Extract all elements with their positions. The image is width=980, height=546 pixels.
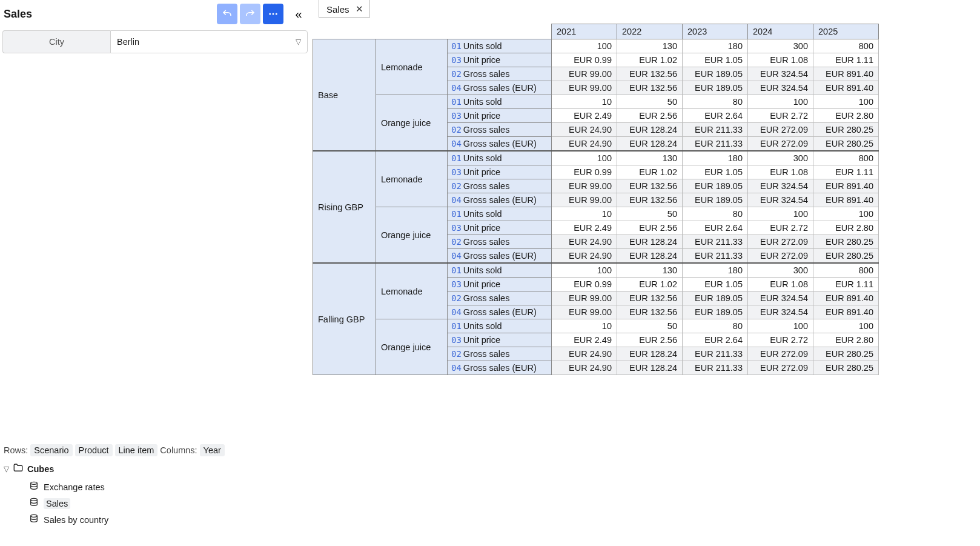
grid-cell[interactable]: EUR 189.05 xyxy=(683,67,748,81)
grid-cell[interactable]: 50 xyxy=(617,95,683,109)
grid-cell[interactable]: EUR 99.00 xyxy=(552,67,617,81)
grid-cell[interactable]: EUR 272.09 xyxy=(748,137,813,151)
grid-cell[interactable]: EUR 1.05 xyxy=(683,53,748,67)
grid-cell[interactable]: EUR 0.99 xyxy=(552,165,617,179)
grid-cell[interactable]: 300 xyxy=(748,151,813,165)
grid-cell[interactable]: 100 xyxy=(748,319,813,333)
grid-cell[interactable]: EUR 132.56 xyxy=(617,193,683,207)
lineitem-header[interactable]: 01Units sold xyxy=(448,151,552,165)
grid-cell[interactable]: EUR 0.99 xyxy=(552,278,617,291)
grid-cell[interactable]: EUR 189.05 xyxy=(683,193,748,207)
lineitem-header[interactable]: 01Units sold xyxy=(448,263,552,278)
grid-cell[interactable]: EUR 2.72 xyxy=(748,221,813,235)
grid-cell[interactable]: EUR 272.09 xyxy=(748,235,813,249)
cube-item[interactable]: Sales xyxy=(4,495,306,511)
grid-cell[interactable]: EUR 1.05 xyxy=(683,165,748,179)
grid-cell[interactable]: EUR 1.02 xyxy=(617,278,683,291)
grid-cell[interactable]: 10 xyxy=(552,207,617,221)
grid-cell[interactable]: EUR 2.64 xyxy=(683,333,748,347)
grid-cell[interactable]: EUR 891.40 xyxy=(813,291,879,305)
lineitem-header[interactable]: 03Unit price xyxy=(448,221,552,235)
grid-cell[interactable]: 100 xyxy=(552,151,617,165)
grid-cell[interactable]: EUR 1.08 xyxy=(748,278,813,291)
grid-cell[interactable]: EUR 272.09 xyxy=(748,361,813,375)
grid-cell[interactable]: EUR 280.25 xyxy=(813,361,879,375)
grid-cell[interactable]: EUR 2.80 xyxy=(813,333,879,347)
grid-cell[interactable]: EUR 189.05 xyxy=(683,81,748,95)
grid-cell[interactable]: EUR 891.40 xyxy=(813,305,879,319)
product-header[interactable]: Lemonade xyxy=(376,39,448,95)
grid-cell[interactable]: 100 xyxy=(748,95,813,109)
grid-cell[interactable]: 180 xyxy=(683,151,748,165)
grid-cell[interactable]: EUR 99.00 xyxy=(552,179,617,193)
grid-cell[interactable]: EUR 211.33 xyxy=(683,249,748,264)
lineitem-header[interactable]: 02Gross sales xyxy=(448,291,552,305)
grid-cell[interactable]: EUR 1.05 xyxy=(683,278,748,291)
grid-cell[interactable]: EUR 132.56 xyxy=(617,291,683,305)
grid-cell[interactable]: EUR 211.33 xyxy=(683,235,748,249)
cube-item[interactable]: Exchange rates xyxy=(4,479,306,495)
grid-cell[interactable]: EUR 2.49 xyxy=(552,109,617,123)
grid-cell[interactable]: EUR 280.25 xyxy=(813,347,879,361)
redo-button[interactable] xyxy=(240,4,260,24)
close-icon[interactable]: ✕ xyxy=(356,4,363,15)
grid-cell[interactable]: EUR 272.09 xyxy=(748,123,813,137)
grid-cell[interactable]: EUR 2.56 xyxy=(617,221,683,235)
grid-cell[interactable]: 130 xyxy=(617,39,683,53)
year-header[interactable]: 2023 xyxy=(683,24,748,39)
grid-cell[interactable]: 130 xyxy=(617,263,683,278)
grid-cell[interactable]: EUR 189.05 xyxy=(683,291,748,305)
grid-cell[interactable]: EUR 280.25 xyxy=(813,137,879,151)
product-header[interactable]: Orange juice xyxy=(376,207,448,264)
lineitem-header[interactable]: 03Unit price xyxy=(448,165,552,179)
grid-cell[interactable]: EUR 280.25 xyxy=(813,235,879,249)
grid-cell[interactable]: EUR 891.40 xyxy=(813,179,879,193)
grid-cell[interactable]: EUR 211.33 xyxy=(683,361,748,375)
grid-cell[interactable]: 300 xyxy=(748,39,813,53)
filter-value-select[interactable]: Berlin ▽ xyxy=(110,30,308,53)
grid-cell[interactable]: 300 xyxy=(748,263,813,278)
grid-cell[interactable]: EUR 1.11 xyxy=(813,278,879,291)
lineitem-header[interactable]: 02Gross sales xyxy=(448,347,552,361)
grid-cell[interactable]: EUR 2.64 xyxy=(683,221,748,235)
grid-cell[interactable]: EUR 280.25 xyxy=(813,249,879,264)
cube-item[interactable]: Sales by country xyxy=(4,511,306,528)
year-header[interactable]: 2024 xyxy=(748,24,813,39)
data-grid[interactable]: 20212022202320242025BaseLemonade01Units … xyxy=(313,24,879,375)
grid-cell[interactable]: 100 xyxy=(552,263,617,278)
grid-cell[interactable]: EUR 324.54 xyxy=(748,179,813,193)
grid-cell[interactable]: EUR 324.54 xyxy=(748,291,813,305)
grid-cell[interactable]: EUR 1.02 xyxy=(617,165,683,179)
tree-toggle[interactable]: ▽ xyxy=(4,465,9,473)
row-dim-product[interactable]: Product xyxy=(75,444,113,456)
product-header[interactable]: Orange juice xyxy=(376,95,448,151)
grid-cell[interactable]: EUR 128.24 xyxy=(617,137,683,151)
grid-cell[interactable]: EUR 1.11 xyxy=(813,165,879,179)
lineitem-header[interactable]: 04Gross sales (EUR) xyxy=(448,81,552,95)
grid-cell[interactable]: EUR 189.05 xyxy=(683,179,748,193)
collapse-sidebar-button[interactable]: « xyxy=(290,5,308,23)
grid-cell[interactable]: EUR 2.49 xyxy=(552,221,617,235)
lineitem-header[interactable]: 03Unit price xyxy=(448,333,552,347)
product-header[interactable]: Lemonade xyxy=(376,263,448,319)
product-header[interactable]: Orange juice xyxy=(376,319,448,375)
scenario-header[interactable]: Falling GBP xyxy=(313,263,376,375)
col-dim-year[interactable]: Year xyxy=(200,444,225,456)
product-header[interactable]: Lemonade xyxy=(376,151,448,207)
grid-cell[interactable]: 100 xyxy=(748,207,813,221)
grid-cell[interactable]: EUR 272.09 xyxy=(748,347,813,361)
grid-cell[interactable]: EUR 2.72 xyxy=(748,333,813,347)
grid-cell[interactable]: EUR 189.05 xyxy=(683,305,748,319)
grid-cell[interactable]: EUR 1.11 xyxy=(813,53,879,67)
grid-cell[interactable]: EUR 99.00 xyxy=(552,291,617,305)
grid-cell[interactable]: EUR 132.56 xyxy=(617,179,683,193)
grid-cell[interactable]: EUR 280.25 xyxy=(813,123,879,137)
lineitem-header[interactable]: 04Gross sales (EUR) xyxy=(448,361,552,375)
year-header[interactable]: 2021 xyxy=(552,24,617,39)
grid-cell[interactable]: EUR 2.49 xyxy=(552,333,617,347)
lineitem-header[interactable]: 02Gross sales xyxy=(448,235,552,249)
lineitem-header[interactable]: 02Gross sales xyxy=(448,123,552,137)
grid-cell[interactable]: EUR 99.00 xyxy=(552,305,617,319)
lineitem-header[interactable]: 01Units sold xyxy=(448,319,552,333)
row-dim-lineitem[interactable]: Line item xyxy=(115,444,158,456)
